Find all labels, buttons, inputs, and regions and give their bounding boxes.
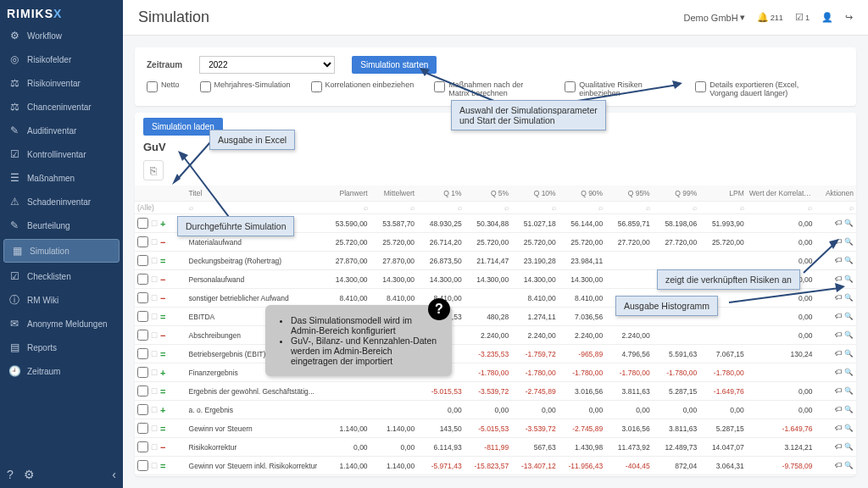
search-icon[interactable]: ⌕ xyxy=(693,203,697,212)
magnify-icon[interactable]: 🔍 xyxy=(844,237,854,247)
help-icon[interactable]: ? xyxy=(7,468,14,481)
table-header[interactable]: LPM xyxy=(699,186,747,202)
search-icon[interactable]: ⌕ xyxy=(598,203,603,212)
row-check[interactable] xyxy=(137,348,148,359)
magnify-icon[interactable]: 🔍 xyxy=(844,461,854,470)
sidebar-item-beurteilung[interactable]: ✎Beurteilung xyxy=(0,214,123,237)
sidebar-item-auditinventar[interactable]: ✎Auditinventar xyxy=(0,119,123,142)
tag-icon[interactable]: 🏷 xyxy=(833,405,843,414)
tag-icon[interactable]: 🏷 xyxy=(833,442,843,452)
sidebar-item-simulation[interactable]: ▦Simulation xyxy=(3,239,120,263)
magnify-icon[interactable]: 🔍 xyxy=(844,219,854,228)
sidebar-item-schadeninventar[interactable]: ⚠Schadeninventar xyxy=(0,190,123,214)
checkbox[interactable] xyxy=(311,81,322,92)
gear-icon[interactable]: ⚙ xyxy=(24,468,35,481)
row-check[interactable] xyxy=(137,404,148,415)
magnify-icon[interactable]: 🔍 xyxy=(844,256,854,265)
sidebar-item-workflow[interactable]: ⚙Workflow xyxy=(0,24,123,47)
plus-icon: + xyxy=(160,219,165,229)
row-check[interactable] xyxy=(137,330,148,341)
tag-icon[interactable]: 🏷 xyxy=(833,461,843,470)
magnify-icon[interactable]: 🔍 xyxy=(844,349,854,358)
sidebar-item-kontrollinventar[interactable]: ☑Kontrollinventar xyxy=(0,142,123,166)
tag-icon[interactable]: 🏷 xyxy=(833,349,843,358)
search-icon[interactable]: ⌕ xyxy=(808,203,812,212)
check-0[interactable]: Netto xyxy=(147,80,180,97)
table-header[interactable]: Q 90% xyxy=(559,186,606,202)
table-header[interactable]: Q 95% xyxy=(605,186,653,202)
check-2[interactable]: Korrelationen einbeziehen xyxy=(311,80,415,97)
table-header[interactable]: Wert der Korrelationsformel xyxy=(747,186,815,202)
table-header[interactable]: Mittelwert xyxy=(370,186,418,202)
checkbox[interactable] xyxy=(200,81,211,92)
row-check[interactable] xyxy=(137,218,148,229)
sidebar-item-massnahmen[interactable]: ☰Maßnahmen xyxy=(0,166,123,190)
search-icon[interactable]: ⌕ xyxy=(504,203,509,212)
tag-icon[interactable]: 🏷 xyxy=(833,312,843,321)
cell xyxy=(465,289,512,308)
sidebar-item-anonyme[interactable]: ✉Anonyme Meldungen xyxy=(0,312,123,336)
table-header[interactable]: Planwert xyxy=(323,186,370,202)
magnify-icon[interactable]: 🔍 xyxy=(844,386,854,396)
row-check[interactable] xyxy=(137,255,148,266)
row-check[interactable] xyxy=(137,423,148,434)
magnify-icon[interactable]: 🔍 xyxy=(844,330,854,340)
sidebar-item-reports[interactable]: ▤Reports xyxy=(0,336,123,359)
tag-icon[interactable]: 🏷 xyxy=(833,219,843,228)
callout-params: Auswahl der Simulationsparameter und Sta… xyxy=(451,100,606,130)
sidebar-item-risikofelder[interactable]: ◎Risikofelder xyxy=(0,47,123,71)
magnify-icon[interactable]: 🔍 xyxy=(844,424,854,433)
search-icon[interactable]: ⌕ xyxy=(740,203,744,212)
search-icon[interactable]: ⌕ xyxy=(646,203,650,212)
magnify-icon[interactable]: 🔍 xyxy=(844,312,854,321)
user-icon[interactable]: 👤 xyxy=(821,12,833,23)
table-header[interactable]: Q 1% xyxy=(417,186,465,202)
row-check[interactable] xyxy=(137,441,148,452)
row-check[interactable] xyxy=(137,292,148,303)
logout-icon[interactable]: ↪ xyxy=(845,12,853,23)
collapse-icon[interactable]: ‹ xyxy=(112,468,116,481)
sidebar-item-checklisten[interactable]: ☑Checklisten xyxy=(0,264,123,288)
sidebar-item-risikoinventar[interactable]: ⚖Risikoinventar xyxy=(0,71,123,95)
company-selector[interactable]: Demo GmbH ▾ xyxy=(683,12,744,23)
tag-icon[interactable]: 🏷 xyxy=(833,386,843,396)
check-1[interactable]: Mehrjahres-Simulation xyxy=(200,80,291,97)
period-select[interactable]: 2022 xyxy=(199,56,335,74)
check-5[interactable]: Details exportieren (Excel, Vorgang daue… xyxy=(695,80,805,97)
magnify-icon[interactable]: 🔍 xyxy=(844,368,854,377)
tag-icon[interactable]: 🏷 xyxy=(833,424,843,433)
row-check[interactable] xyxy=(137,385,148,396)
cell xyxy=(370,382,418,401)
table-header[interactable]: Q 99% xyxy=(653,186,700,202)
search-icon[interactable]: ⌕ xyxy=(849,203,854,212)
magnify-icon[interactable]: 🔍 xyxy=(844,442,854,452)
period-icon: 🕘 xyxy=(8,365,20,377)
cell: 5.591,63 xyxy=(653,345,700,363)
row-check[interactable] xyxy=(137,311,148,322)
search-icon[interactable]: ⌕ xyxy=(458,203,462,212)
eq-icon: = xyxy=(160,461,165,471)
sidebar-item-rmwiki[interactable]: ⓘRM Wiki xyxy=(0,288,123,312)
bell-icon[interactable]: 🔔211 xyxy=(757,12,783,23)
sidebar-item-chanceninventar[interactable]: ⚖Chanceninventar xyxy=(0,95,123,119)
table-header[interactable]: Q 5% xyxy=(465,186,512,202)
sidebar-item-zeitraum[interactable]: 🕘Zeitraum xyxy=(0,359,123,383)
tag-icon[interactable]: 🏷 xyxy=(833,330,843,340)
search-icon[interactable]: ⌕ xyxy=(410,203,415,212)
checkbox[interactable] xyxy=(695,81,706,92)
export-excel-icon[interactable]: ⎘ xyxy=(143,160,164,180)
row-check[interactable] xyxy=(137,274,148,285)
checkbox[interactable] xyxy=(147,81,158,92)
table-header[interactable]: Q 10% xyxy=(511,186,559,202)
cell: -1.780,00 xyxy=(699,363,747,382)
table-header[interactable]: Aktionen xyxy=(815,186,856,202)
row-check[interactable] xyxy=(137,460,148,471)
magnify-icon[interactable]: 🔍 xyxy=(844,405,854,414)
row-check[interactable] xyxy=(137,367,148,378)
tag-icon[interactable]: 🏷 xyxy=(833,368,843,377)
row-check[interactable] xyxy=(137,236,148,247)
cell: 0,00 xyxy=(747,326,815,345)
checkbox-icon[interactable]: ☑1 xyxy=(795,12,810,23)
search-icon[interactable]: ⌕ xyxy=(364,203,368,212)
search-icon[interactable]: ⌕ xyxy=(552,203,556,212)
